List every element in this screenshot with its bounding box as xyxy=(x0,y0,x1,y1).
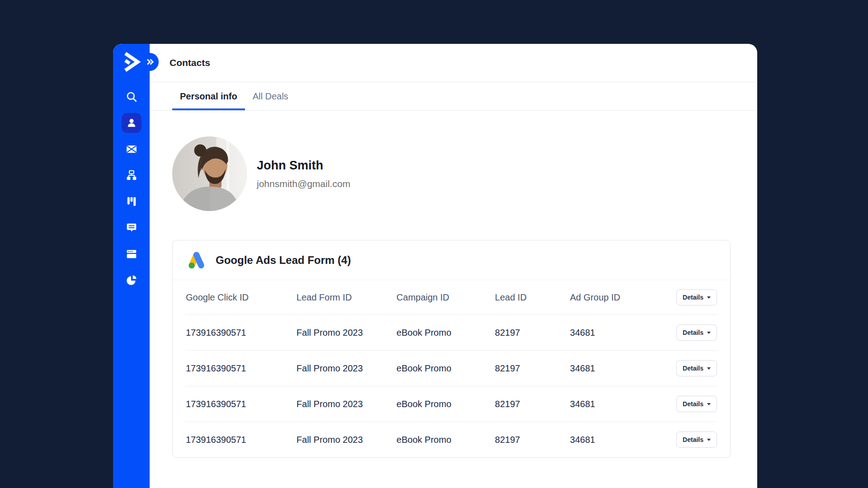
top-header: Contacts xyxy=(150,44,757,82)
sidebar-item-reports[interactable] xyxy=(122,270,142,290)
row-details-cell: Details xyxy=(667,351,717,386)
app-window: Contacts Personal info All Deals xyxy=(113,44,757,488)
row-details-cell: Details xyxy=(667,386,717,422)
avatar-photo xyxy=(172,136,247,211)
lead-cell: 173916390571 xyxy=(185,386,296,422)
lead-table-wrapper: Google Click IDLead Form IDCampaign IDLe… xyxy=(173,280,730,457)
tab-all-deals[interactable]: All Deals xyxy=(245,82,296,110)
sidebar-item-conversations[interactable] xyxy=(122,218,142,238)
mail-icon xyxy=(126,143,137,155)
row-details-button[interactable]: Details xyxy=(676,324,717,341)
tab-personal-info[interactable]: Personal info xyxy=(172,82,245,110)
activecampaign-logo-icon xyxy=(120,51,143,73)
sidebar-item-campaigns[interactable] xyxy=(122,139,142,159)
caret-down-icon xyxy=(707,439,711,441)
contact-identity: John Smith johnsmith@gmail.com xyxy=(257,159,350,189)
google-ads-lead-form-card: Google Ads Lead Form (4) Google Click ID… xyxy=(172,240,731,458)
desktop-background: Contacts Personal info All Deals xyxy=(0,0,868,488)
caret-down-icon xyxy=(707,332,711,334)
lead-cell: eBook Promo xyxy=(396,422,495,458)
page-title: Contacts xyxy=(170,57,210,68)
details-label: Details xyxy=(683,400,703,408)
column-header: Ad Group ID xyxy=(570,280,667,315)
caret-down-icon xyxy=(707,403,711,405)
contact-profile: John Smith johnsmith@gmail.com xyxy=(172,136,731,211)
google-ads-logo-icon xyxy=(185,250,208,270)
lead-cell: 34681 xyxy=(570,422,667,458)
lead-cell: 82197 xyxy=(495,422,570,458)
chat-icon xyxy=(126,222,137,234)
lead-cell: eBook Promo xyxy=(396,315,495,351)
details-label: Details xyxy=(683,365,703,372)
lead-cell: 34681 xyxy=(570,386,667,422)
column-header: Google Click ID xyxy=(185,280,296,315)
lead-row: 173916390571Fall Promo 2023eBook Promo82… xyxy=(185,351,717,386)
automation-icon xyxy=(126,169,137,181)
lead-cell: Fall Promo 2023 xyxy=(296,315,396,351)
double-chevron-right-icon xyxy=(144,56,155,67)
lead-table-body: 173916390571Fall Promo 2023eBook Promo82… xyxy=(185,315,717,458)
column-header: Campaign ID xyxy=(396,280,495,315)
contact-icon xyxy=(126,117,137,129)
activecampaign-logo xyxy=(120,50,143,74)
main-panel: Contacts Personal info All Deals xyxy=(150,44,757,488)
avatar xyxy=(172,136,247,211)
lead-row: 173916390571Fall Promo 2023eBook Promo82… xyxy=(185,386,717,422)
content-area: John Smith johnsmith@gmail.com Google Ad… xyxy=(150,111,757,488)
lead-table: Google Click IDLead Form IDCampaign IDLe… xyxy=(185,280,717,457)
sidebar xyxy=(113,44,150,488)
lead-cell: Fall Promo 2023 xyxy=(296,386,396,422)
lead-cell: 173916390571 xyxy=(185,422,296,458)
sidebar-item-search[interactable] xyxy=(122,87,142,107)
column-header: Lead Form ID xyxy=(296,280,396,315)
lead-cell: 82197 xyxy=(495,351,570,386)
forms-icon xyxy=(126,248,137,260)
details-label: Details xyxy=(683,436,703,443)
sidebar-nav xyxy=(122,87,142,290)
row-details-button[interactable]: Details xyxy=(676,396,717,412)
lead-cell: 82197 xyxy=(495,315,570,351)
search-icon xyxy=(126,91,137,103)
sidebar-item-deals[interactable] xyxy=(122,192,142,211)
kanban-icon xyxy=(126,196,137,207)
lead-cell: Fall Promo 2023 xyxy=(296,422,396,458)
row-details-cell: Details xyxy=(667,315,717,351)
lead-cell: eBook Promo xyxy=(396,386,495,422)
header-details-button[interactable]: Details xyxy=(676,289,717,305)
lead-cell: 34681 xyxy=(570,315,667,351)
reports-icon xyxy=(126,274,137,286)
row-details-button[interactable]: Details xyxy=(676,432,717,448)
details-label: Details xyxy=(683,329,703,336)
sidebar-expand-button[interactable] xyxy=(141,53,159,71)
details-label: Details xyxy=(683,294,703,301)
lead-cell: 173916390571 xyxy=(185,351,296,386)
lead-cell: 34681 xyxy=(570,351,667,386)
row-details-button[interactable]: Details xyxy=(676,360,717,376)
row-details-cell: Details xyxy=(667,422,717,458)
lead-row: 173916390571Fall Promo 2023eBook Promo82… xyxy=(185,422,717,458)
contact-name: John Smith xyxy=(257,159,350,173)
lead-cell: 173916390571 xyxy=(185,315,296,351)
lead-cell: eBook Promo xyxy=(396,351,495,386)
lead-row: 173916390571Fall Promo 2023eBook Promo82… xyxy=(185,315,717,351)
column-header: Lead ID xyxy=(495,280,570,315)
caret-down-icon xyxy=(707,367,711,370)
caret-down-icon xyxy=(707,296,711,299)
sidebar-item-forms[interactable] xyxy=(122,244,142,264)
sidebar-item-contacts[interactable] xyxy=(122,113,142,133)
header-details-cell: Details xyxy=(667,280,717,315)
card-title: Google Ads Lead Form (4) xyxy=(216,254,351,267)
lead-cell: 82197 xyxy=(495,386,570,422)
card-header: Google Ads Lead Form (4) xyxy=(173,240,730,280)
lead-table-header-row: Google Click IDLead Form IDCampaign IDLe… xyxy=(185,280,717,315)
tab-bar: Personal info All Deals xyxy=(150,82,757,111)
contact-email: johnsmith@gmail.com xyxy=(257,178,350,189)
sidebar-item-automations[interactable] xyxy=(122,165,142,185)
lead-cell: Fall Promo 2023 xyxy=(296,351,396,386)
